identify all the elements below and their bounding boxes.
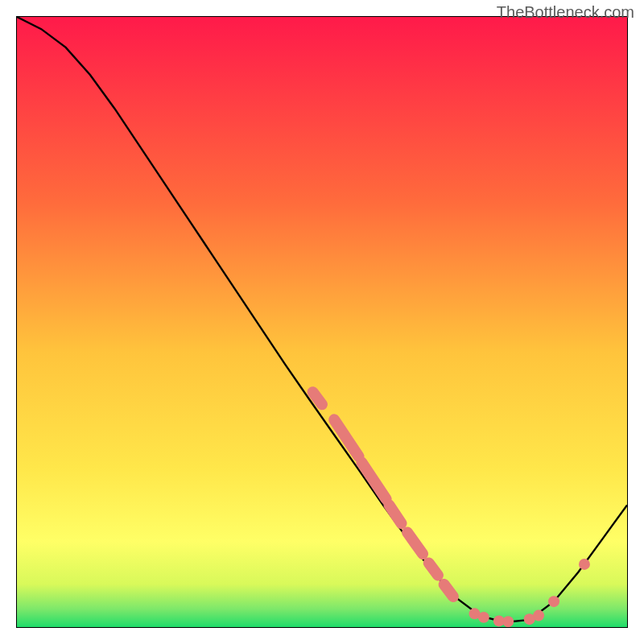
data-cluster (429, 563, 438, 575)
data-dot (533, 610, 544, 621)
chart-overlay (17, 17, 627, 627)
plot-area (16, 16, 628, 628)
data-dot (478, 612, 489, 623)
data-dot (579, 559, 590, 570)
bottleneck-curve (17, 17, 627, 622)
data-cluster (407, 533, 423, 555)
data-dot (502, 616, 514, 627)
data-cluster (389, 505, 401, 523)
data-cluster (444, 584, 453, 597)
chart-container: TheBottleneck.com (0, 0, 644, 644)
data-cluster (313, 392, 322, 404)
watermark-text: TheBottleneck.com (497, 3, 634, 22)
data-dot (548, 596, 559, 607)
